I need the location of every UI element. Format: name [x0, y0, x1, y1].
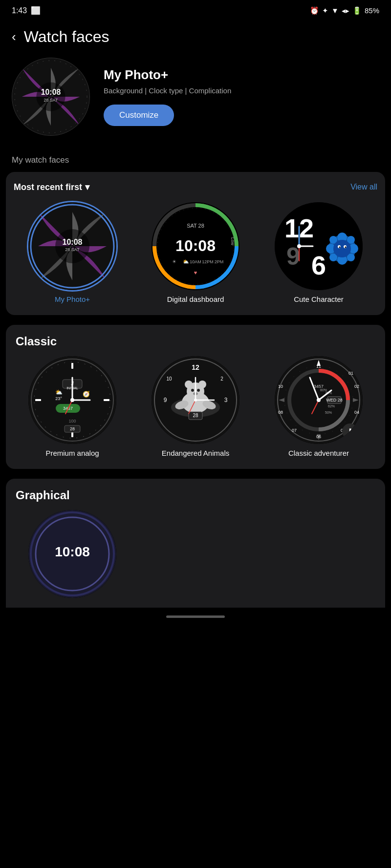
svg-rect-47: [71, 363, 73, 369]
page-header: ‹ Watch faces: [0, 19, 391, 58]
svg-text:11: 11: [316, 364, 321, 369]
svg-point-74: [197, 389, 200, 392]
graphical-section-title: Graphical: [14, 488, 377, 510]
watch-label-cute-character: Cute Character: [294, 295, 344, 303]
svg-text:SAT 28: SAT 28: [187, 223, 204, 229]
watch-label-premium-analog: Premium analog: [45, 449, 99, 457]
svg-point-6: [55, 229, 89, 263]
watch-thumb-cute-character[interactable]: 12 9 6: [275, 202, 363, 290]
svg-text:♥: ♥: [194, 270, 197, 275]
svg-text:08: 08: [278, 410, 283, 415]
svg-text:06: 06: [316, 434, 321, 439]
alarm-icon: ⏰: [310, 6, 319, 15]
wifi-icon: ▼: [331, 6, 339, 15]
watch-thumb-endangered-animals[interactable]: 28 12 9 3 10 2: [152, 356, 239, 444]
watch-thumb-classic-adventurer[interactable]: WED 28 11 01 02 10 08 07 06 05 04 80% 75…: [275, 356, 363, 444]
svg-text:☀: ☀: [172, 259, 176, 264]
watch-thumb-digital-dashboard[interactable]: SAT 28 10:08 ☀ ⛅ 10AM 12PM 2PM Low ♥: [152, 202, 239, 290]
watch-item-endangered-animals[interactable]: 28 12 9 3 10 2 Endangered Animals: [137, 356, 254, 457]
signal-icon: ◂▸: [342, 6, 349, 15]
featured-info: My Photo+ Background | Clock type | Comp…: [104, 67, 379, 126]
watch-item-premium-analog[interactable]: J INITIAL 3457 ⛅ 23° 🧭 28: [14, 356, 131, 457]
svg-text:23°: 23°: [55, 396, 62, 401]
my-watchfaces-card: Most recent first ▾ View all: [6, 172, 385, 315]
status-left: 1:43 ⬜: [12, 6, 41, 15]
bottom-bar: [0, 608, 391, 626]
svg-point-43: [297, 244, 301, 248]
svg-point-88: [194, 399, 197, 402]
svg-text:2: 2: [220, 376, 223, 381]
svg-text:02: 02: [354, 384, 359, 389]
chevron-down-icon: ▾: [85, 182, 89, 192]
svg-text:12PM: 12PM: [202, 259, 214, 264]
watch-item-my-photo[interactable]: 10:08 28 SAT My Photo+: [14, 202, 131, 303]
svg-point-116: [317, 398, 321, 402]
svg-text:28: 28: [193, 413, 198, 418]
battery-percent: 85%: [365, 6, 379, 15]
home-indicator[interactable]: [166, 615, 225, 618]
svg-point-1: [36, 82, 65, 111]
svg-point-72: [198, 381, 206, 388]
svg-text:10:08: 10:08: [55, 544, 90, 559]
svg-point-38: [339, 247, 341, 248]
download-badge[interactable]: ⬇: [342, 423, 358, 439]
watch-label-my-photo: My Photo+: [55, 295, 90, 303]
watch-label-digital-dashboard: Digital dashboard: [167, 295, 224, 303]
customize-button[interactable]: Customize: [104, 105, 174, 126]
svg-text:⛅: ⛅: [183, 258, 189, 265]
svg-text:04: 04: [354, 410, 359, 415]
sort-label[interactable]: Most recent first ▾: [14, 182, 89, 192]
svg-text:10: 10: [166, 376, 172, 381]
watch-thumb-my-photo[interactable]: 10:08 28 SAT: [28, 202, 116, 290]
svg-text:3457: 3457: [314, 384, 324, 389]
svg-text:10:08: 10:08: [175, 237, 216, 254]
view-all-button[interactable]: View all: [350, 183, 377, 191]
watch-item-classic-adventurer[interactable]: WED 28 11 01 02 10 08 07 06 05 04 80% 75…: [260, 356, 377, 457]
my-watchfaces-grid: 10:08 28 SAT My Photo+: [14, 202, 377, 303]
watch-item-digital-dashboard[interactable]: SAT 28 10:08 ☀ ⛅ 10AM 12PM 2PM Low ♥ Dig…: [137, 202, 254, 303]
watch-item-graphical-1[interactable]: 10:08: [14, 510, 131, 598]
svg-text:50%: 50%: [325, 411, 332, 414]
svg-text:WED 28: WED 28: [326, 398, 343, 402]
time-display: 1:43: [12, 6, 27, 15]
classic-grid: J INITIAL 3457 ⛅ 23° 🧭 28: [14, 356, 377, 457]
my-watchfaces-section-label: My watch faces: [0, 150, 391, 172]
classic-section-title: Classic: [14, 335, 377, 356]
featured-watch-name: My Photo+: [104, 67, 379, 83]
svg-text:6: 6: [311, 251, 326, 280]
classic-card: Classic J INITIAL: [6, 325, 385, 469]
svg-rect-50: [104, 399, 109, 401]
bluetooth-icon: ✦: [322, 6, 328, 15]
graphical-section: Graphical 10:08: [6, 479, 385, 608]
watch-item-cute-character[interactable]: 12 9 6: [260, 202, 377, 303]
svg-point-39: [345, 247, 347, 248]
svg-text:🧭: 🧭: [83, 390, 90, 398]
svg-text:⛅: ⛅: [55, 388, 63, 396]
watch-thumb-graphical-1[interactable]: 10:08: [28, 510, 116, 598]
svg-text:10: 10: [278, 384, 283, 389]
page-title: Watch faces: [24, 28, 109, 46]
status-bar: 1:43 ⬜ ⏰ ✦ ▼ ◂▸ 🔋 85%: [0, 0, 391, 19]
svg-text:10AM: 10AM: [190, 259, 201, 264]
svg-text:01: 01: [348, 371, 353, 376]
svg-text:28 SAT: 28 SAT: [44, 98, 59, 103]
featured-watch-desc: Background | Clock type | Complication: [104, 86, 379, 95]
svg-text:07: 07: [292, 428, 297, 433]
featured-clock-preview[interactable]: 10:08 28 SAT: [12, 58, 90, 136]
svg-text:2PM: 2PM: [215, 259, 224, 264]
svg-text:3: 3: [224, 397, 228, 403]
screen-icon: ⬜: [31, 6, 41, 15]
featured-watch-face: 10:08 28 SAT My Photo+ Background | Cloc…: [0, 58, 391, 150]
graphical-grid: 10:08: [14, 510, 377, 598]
watch-label-endangered-animals: Endangered Animals: [162, 449, 229, 457]
watch-thumb-premium-analog[interactable]: J INITIAL 3457 ⛅ 23° 🧭 28: [28, 356, 116, 444]
svg-point-71: [185, 381, 193, 388]
back-button[interactable]: ‹: [12, 29, 16, 44]
status-right: ⏰ ✦ ▼ ◂▸ 🔋 85%: [310, 6, 379, 15]
svg-text:9: 9: [164, 397, 167, 403]
svg-text:12: 12: [192, 363, 199, 371]
svg-rect-49: [35, 399, 41, 401]
battery-icon: 🔋: [352, 6, 362, 15]
svg-text:100: 100: [68, 419, 76, 423]
svg-text:10:08: 10:08: [63, 238, 83, 246]
